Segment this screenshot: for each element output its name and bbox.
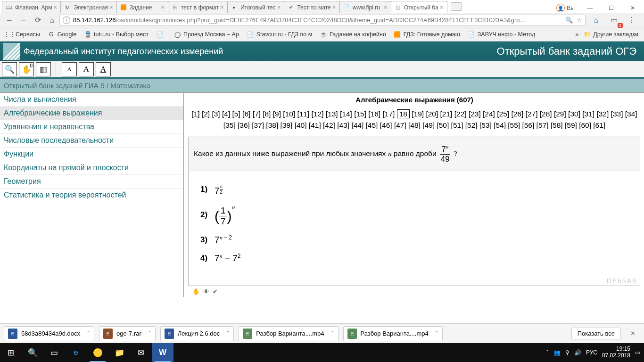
option-1[interactable]: 1) 7𝑛2 [200, 183, 628, 196]
page-link[interactable]: [33] [611, 110, 623, 118]
task-view[interactable]: ▭ [43, 343, 65, 362]
page-link[interactable]: [43] [337, 121, 349, 129]
close-icon[interactable]: × [382, 4, 389, 11]
page-link[interactable]: [21] [440, 110, 453, 118]
page-link[interactable]: [44] [351, 121, 363, 129]
page-link[interactable]: [50] [437, 121, 449, 129]
sidebar-item[interactable]: Числа и вычисления [0, 93, 183, 106]
page-link[interactable]: [48] [408, 121, 421, 129]
close-icon[interactable]: × [108, 4, 115, 11]
close-downloads-bar[interactable]: ✕ [626, 330, 640, 337]
page-link[interactable]: [58] [551, 121, 563, 129]
minimize-button[interactable]: — [579, 3, 601, 13]
browser-tab[interactable]: 📄www.fipi.ru× [339, 1, 391, 13]
site-logo[interactable] [0, 41, 24, 61]
page-link[interactable]: [55] [508, 121, 520, 129]
page-link[interactable]: [3] [212, 110, 220, 118]
close-icon[interactable]: × [331, 4, 338, 11]
page-link[interactable]: [1] [191, 110, 199, 118]
page-link[interactable]: [38] [266, 121, 278, 129]
page-link[interactable]: [23] [469, 110, 481, 118]
page-link[interactable]: [17] [382, 110, 395, 118]
sidebar-item[interactable]: Статистика и теория вероятностей [0, 188, 183, 202]
bookmark-item[interactable]: GGoogle [45, 30, 79, 39]
profile-button[interactable]: 👤Вы [552, 4, 579, 12]
browser-tab[interactable]: 🟧Задание× [116, 1, 168, 13]
browser-tab[interactable]: 📖Флавиан. Арм× [2, 1, 61, 13]
word-app[interactable]: W [152, 343, 173, 362]
page-link[interactable]: [20] [426, 110, 438, 118]
tool-search[interactable]: 🔍 [2, 62, 17, 76]
volume-icon[interactable]: 🔊 [574, 349, 581, 356]
new-tab-button[interactable] [451, 2, 462, 11]
sidebar-item[interactable]: Уравнения и неравенства [0, 120, 183, 133]
bookmark-item[interactable]: 📄ЗАВУЧ.инфо - Метод [465, 30, 538, 39]
page-link[interactable]: [32] [596, 110, 609, 118]
page-link[interactable]: [53] [479, 121, 492, 129]
page-link[interactable]: [27] [526, 110, 538, 118]
reload-button[interactable]: ⟳ [31, 14, 44, 26]
option-3[interactable]: 3) 7𝑛 − 2 [200, 234, 628, 245]
sidebar-item[interactable]: Числовые последовательности [0, 133, 183, 147]
bookmark-star-icon[interactable]: ☆ [577, 16, 582, 24]
page-link[interactable]: [5] [232, 110, 240, 118]
download-item[interactable]: ⎘Разбор Варианта....mp4˄ [343, 326, 443, 341]
close-icon[interactable]: × [52, 4, 58, 11]
close-icon[interactable]: × [275, 4, 282, 11]
edge-app[interactable]: e [65, 343, 87, 362]
bookmark-item[interactable]: ◯Проезд Москва – Ар [171, 30, 242, 39]
page-link[interactable]: [24] [483, 110, 495, 118]
page-link[interactable]: [37] [252, 121, 264, 129]
option-4[interactable]: 4) 7𝑛 − 72 [200, 253, 628, 263]
font-large[interactable]: A [96, 62, 111, 76]
tool-chart[interactable]: ▥ [36, 62, 51, 76]
page-link[interactable]: [15] [354, 110, 366, 118]
search-in-url-icon[interactable]: 🔍 [565, 16, 573, 24]
extension-notice-icon[interactable]: ▭2 [607, 14, 620, 26]
sidebar-item[interactable]: Координаты на прямой и плоскости [0, 161, 183, 174]
language-indicator[interactable]: РУС [586, 349, 597, 356]
bookmarks-overflow[interactable]: » [575, 31, 578, 38]
page-link[interactable]: [42] [323, 121, 335, 129]
bookmark-item[interactable]: 🟧ГДЗ: Готовые домаш [391, 30, 463, 39]
page-link[interactable]: [7] [253, 110, 261, 118]
browser-tab[interactable]: MЭлектронная× [60, 1, 117, 13]
page-link[interactable]: [13] [326, 110, 338, 118]
page-link[interactable]: [30] [568, 110, 580, 118]
page-link[interactable]: [10] [283, 110, 295, 118]
page-link[interactable]: [52] [465, 121, 478, 129]
clock[interactable]: 19:1507.02.2018 [602, 346, 630, 359]
font-small[interactable]: A [62, 62, 77, 76]
page-link[interactable]: [35] [223, 121, 236, 129]
browser-tab[interactable]: ▸Итоговый тес× [227, 1, 285, 13]
option-2[interactable]: 2) (17)𝑛 [200, 204, 628, 227]
page-link[interactable]: [36] [238, 121, 250, 129]
url-input[interactable]: i 85.142.162.126/os/xmodules/qprint/inde… [59, 15, 586, 26]
home-button[interactable]: ⌂ [45, 14, 58, 26]
page-link[interactable]: [47] [394, 121, 406, 129]
page-link[interactable]: [59] [565, 121, 577, 129]
browser-tab[interactable]: Ятест в формат× [168, 1, 228, 13]
tool-hand[interactable]: ✋0 [19, 62, 34, 76]
page-link[interactable]: [6] [242, 110, 250, 118]
download-item[interactable]: ⎘Разбор Варианта....mp4˄ [239, 326, 338, 341]
page-link[interactable]: [31] [582, 110, 594, 118]
explorer-app[interactable]: 📁 [108, 343, 130, 362]
page-link[interactable]: [46] [380, 121, 392, 129]
browser-tab[interactable]: ✔Тест по мате× [284, 1, 339, 13]
back-button[interactable]: ← [3, 14, 16, 26]
page-link[interactable]: [11] [297, 110, 309, 118]
page-link[interactable]: [49] [422, 121, 435, 129]
page-link[interactable]: [8] [263, 110, 271, 118]
page-link[interactable]: [12] [312, 110, 324, 118]
page-link[interactable]: [22] [454, 110, 467, 118]
font-medium[interactable]: A [79, 62, 94, 76]
page-link[interactable]: [40] [295, 121, 307, 129]
page-link[interactable]: [34] [625, 110, 637, 118]
bookmark-item[interactable]: ☕Гадание на кофейно [317, 30, 389, 39]
page-link[interactable]: [54] [494, 121, 506, 129]
close-icon[interactable]: × [159, 4, 166, 11]
mail-app[interactable]: ✉ [130, 343, 152, 362]
browser-tab[interactable]: ◫Открытый ба× [391, 1, 447, 13]
page-link[interactable]: [14] [340, 110, 352, 118]
